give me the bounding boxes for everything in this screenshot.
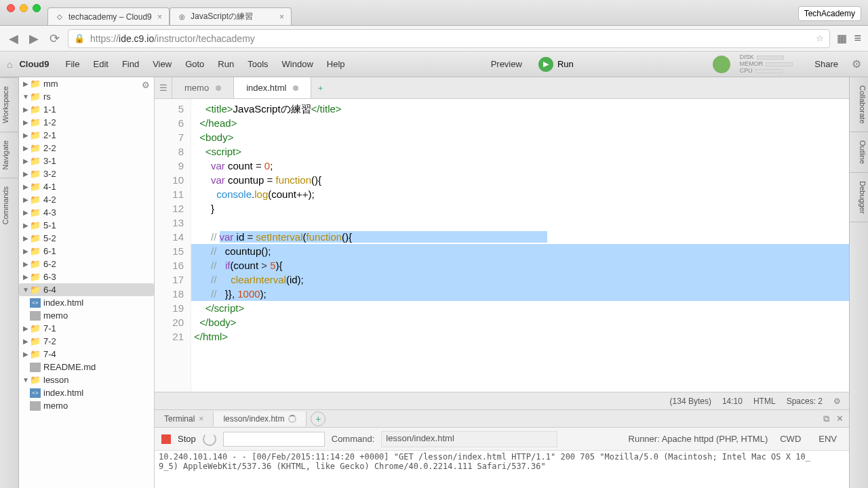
- run-name-field[interactable]: [223, 432, 325, 447]
- disclosure-icon[interactable]: ▶: [22, 247, 30, 255]
- tree-folder[interactable]: ▶📁4-3: [19, 206, 154, 219]
- status-spaces[interactable]: Spaces: 2: [787, 396, 823, 406]
- rail-navigate[interactable]: Navigate: [0, 131, 18, 178]
- gear-icon[interactable]: ⚙: [852, 58, 861, 70]
- browser-tab[interactable]: ◎JavaScriptの練習×: [170, 7, 292, 25]
- browser-tab[interactable]: ◇techacademy – Cloud9×: [47, 7, 170, 25]
- tree-file[interactable]: memo: [19, 399, 154, 412]
- code-line[interactable]: <script>: [191, 144, 849, 159]
- command-field[interactable]: lesson/index.html: [381, 431, 557, 447]
- forward-icon[interactable]: ▶: [27, 31, 41, 46]
- tree-file[interactable]: memo: [19, 309, 154, 322]
- disclosure-icon[interactable]: ▶: [22, 183, 30, 190]
- tree-folder[interactable]: ▼📁lesson: [19, 373, 154, 386]
- menu-tools[interactable]: Tools: [241, 56, 275, 72]
- close-tab-icon[interactable]: ×: [279, 12, 284, 22]
- disclosure-icon[interactable]: ▶: [22, 170, 30, 178]
- disclosure-icon[interactable]: ▶: [22, 144, 30, 152]
- restart-icon[interactable]: [203, 432, 216, 446]
- preview-button[interactable]: Preview: [484, 56, 529, 72]
- disclosure-icon[interactable]: ▶: [22, 338, 30, 345]
- rail-collaborate[interactable]: Collaborate: [850, 77, 868, 132]
- reader-icon[interactable]: ▦: [837, 32, 847, 45]
- close-tab-icon[interactable]: ×: [199, 414, 203, 424]
- code-line[interactable]: var countup = function(){: [191, 173, 849, 187]
- runner-label[interactable]: Runner: Apache httpd (PHP, HTML): [629, 434, 768, 444]
- home-icon[interactable]: ⌂: [7, 59, 12, 70]
- browser-menu-icon[interactable]: ≡: [854, 31, 861, 45]
- cwd-button[interactable]: CWD: [774, 432, 806, 445]
- code-line[interactable]: [191, 216, 849, 230]
- stop-icon[interactable]: [161, 434, 171, 444]
- address-bar[interactable]: 🔒 https://ide.c9.io/instructor/techacade…: [68, 29, 830, 48]
- disclosure-icon[interactable]: ▶: [22, 106, 30, 113]
- code-line[interactable]: console.log(count++);: [191, 187, 849, 201]
- disclosure-icon[interactable]: ▶: [22, 222, 30, 229]
- new-tab-button[interactable]: ＋: [311, 77, 329, 98]
- panel-tab[interactable]: Terminal×: [155, 411, 214, 426]
- tree-folder[interactable]: ▶📁7-2: [19, 335, 154, 348]
- disclosure-icon[interactable]: ▼: [22, 376, 30, 384]
- menu-window[interactable]: Window: [275, 56, 320, 72]
- tree-folder[interactable]: ▶📁6-1: [19, 245, 154, 258]
- tree-folder[interactable]: ▶📁4-2: [19, 193, 154, 206]
- code-line[interactable]: // clearInterval(id);: [191, 272, 849, 287]
- tree-folder[interactable]: ▶📁5-2: [19, 232, 154, 245]
- rail-commands[interactable]: Commands: [0, 178, 18, 232]
- menu-edit[interactable]: Edit: [86, 56, 115, 72]
- code-line[interactable]: // if(count > 5){: [191, 258, 849, 272]
- code-line[interactable]: </script>: [191, 301, 849, 315]
- code-line[interactable]: </html>: [191, 329, 849, 344]
- tree-file[interactable]: <>index.html: [19, 386, 154, 399]
- disclosure-icon[interactable]: ▶: [22, 325, 30, 332]
- menu-help[interactable]: Help: [320, 56, 352, 72]
- extension-button[interactable]: TechAcademy: [798, 6, 861, 21]
- tree-file[interactable]: <>index.html: [19, 296, 154, 309]
- tree-folder[interactable]: ▶📁6-3: [19, 270, 154, 283]
- minimize-window-icon[interactable]: [20, 4, 28, 12]
- tab-list-icon[interactable]: ☰: [155, 77, 172, 98]
- tree-file[interactable]: README.md: [19, 361, 154, 373]
- code-line[interactable]: // }}, 1000);: [191, 287, 849, 301]
- env-button[interactable]: ENV: [813, 432, 842, 445]
- bookmark-star-icon[interactable]: ☆: [816, 33, 824, 43]
- tree-folder[interactable]: ▶📁mm: [19, 77, 154, 90]
- panel-close-icon[interactable]: ✕: [836, 413, 844, 424]
- console-output[interactable]: 10.240.101.140 - - [00/Feb/2015:11:14:20…: [155, 451, 849, 488]
- code-line[interactable]: // countup();: [191, 244, 849, 258]
- disclosure-icon[interactable]: ▶: [22, 273, 30, 281]
- editor-tab[interactable]: index.html: [234, 77, 311, 98]
- panel-tab[interactable]: lesson/index.htm: [214, 411, 307, 426]
- tree-folder[interactable]: ▶📁3-1: [19, 155, 154, 167]
- back-icon[interactable]: ◀: [7, 31, 20, 46]
- code-line[interactable]: <title>JavaScriptの練習</title>: [191, 102, 849, 116]
- code-line[interactable]: </body>: [191, 315, 849, 329]
- close-tab-icon[interactable]: ×: [157, 12, 162, 22]
- tree-folder[interactable]: ▶📁7-4: [19, 348, 154, 361]
- stop-button[interactable]: Stop: [178, 434, 196, 444]
- tree-folder[interactable]: ▶📁5-1: [19, 219, 154, 232]
- tree-folder[interactable]: ▼📁6-4: [19, 283, 154, 296]
- menu-file[interactable]: File: [59, 56, 87, 72]
- run-button[interactable]: ▶ Run: [532, 54, 580, 75]
- zoom-window-icon[interactable]: [33, 4, 41, 12]
- tree-gear-icon[interactable]: ⚙: [142, 80, 150, 90]
- disclosure-icon[interactable]: ▶: [22, 260, 30, 268]
- reload-icon[interactable]: ⟳: [47, 31, 61, 46]
- disclosure-icon[interactable]: ▶: [22, 209, 30, 216]
- tree-folder[interactable]: ▶📁2-2: [19, 142, 154, 155]
- menu-goto[interactable]: Goto: [178, 56, 211, 72]
- code-line[interactable]: // var id = setInterval(function(){: [191, 230, 849, 244]
- rail-debugger[interactable]: Debugger: [850, 173, 868, 222]
- menu-find[interactable]: Find: [115, 56, 146, 72]
- tree-folder[interactable]: ▶📁3-2: [19, 167, 154, 180]
- avatar[interactable]: [713, 56, 730, 73]
- tree-folder[interactable]: ▶📁7-1: [19, 322, 154, 335]
- menu-view[interactable]: View: [146, 56, 178, 72]
- disclosure-icon[interactable]: ▶: [22, 131, 30, 139]
- status-gear-icon[interactable]: ⚙: [833, 396, 841, 406]
- close-window-icon[interactable]: [7, 4, 15, 12]
- menu-run[interactable]: Run: [211, 56, 241, 72]
- share-button[interactable]: Share: [809, 56, 844, 72]
- tree-folder[interactable]: ▼📁rs: [19, 90, 154, 103]
